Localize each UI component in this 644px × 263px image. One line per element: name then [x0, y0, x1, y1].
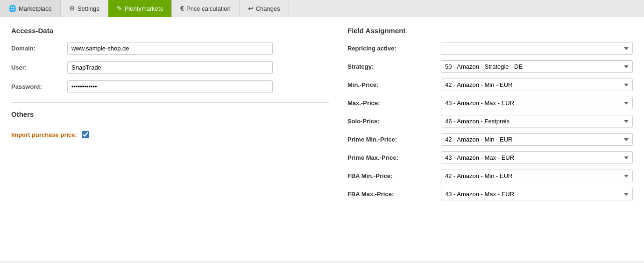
tab-settings-label: Settings — [78, 5, 99, 12]
prime-max-price-select[interactable]: 43 - Amazon - Max - EUR — [441, 151, 633, 164]
user-input[interactable] — [67, 61, 273, 74]
tab-changes[interactable]: ↩ Changes — [240, 0, 289, 17]
tab-price-calculation-label: Price calculation — [186, 5, 231, 12]
tab-changes-label: Changes — [256, 5, 280, 12]
plentymarkets-icon: ✎ — [117, 5, 122, 12]
access-data-section: Access-Data Domain: User: Password: Othe… — [11, 27, 329, 206]
min-price-label: Min.-Price: — [347, 81, 441, 88]
fba-min-price-label: FBA Min.-Price: — [347, 172, 441, 179]
prime-max-price-row: Prime Max.-Price: 43 - Amazon - Max - EU… — [347, 151, 633, 164]
repricing-active-select[interactable] — [441, 42, 633, 55]
tab-plentymarkets-label: Plentymarkets — [125, 5, 163, 12]
prime-min-price-select[interactable]: 42 - Amazon - Min - EUR — [441, 133, 633, 146]
user-label: User: — [11, 64, 67, 71]
changes-icon: ↩ — [248, 5, 254, 12]
max-price-select[interactable]: 43 - Amazon - Max - EUR — [441, 97, 633, 109]
price-calculation-icon: € — [180, 5, 184, 12]
user-group: User: — [11, 61, 329, 74]
domain-label: Domain: — [11, 45, 67, 52]
max-price-label: Max.-Price: — [347, 100, 441, 107]
tab-marketplace[interactable]: 🌐 Marketplace — [0, 0, 61, 17]
tab-plentymarkets[interactable]: ✎ Plentymarkets — [108, 0, 172, 17]
divider2 — [11, 124, 329, 124]
fba-max-price-select[interactable]: 43 - Amazon - Max - EUR — [441, 188, 633, 200]
solo-price-row: Solo-Price: 46 - Amazon - Festpreis — [347, 115, 633, 128]
min-price-select[interactable]: 42 - Amazon - Min - EUR — [441, 78, 633, 91]
password-label: Password: — [11, 83, 67, 90]
fba-min-price-select[interactable]: 42 - Amazon - Min - EUR — [441, 170, 633, 182]
import-purchase-price-checkbox[interactable] — [82, 131, 89, 138]
import-purchase-price-row: Import purchase price: — [11, 131, 329, 138]
min-price-row: Min.-Price: 42 - Amazon - Min - EUR — [347, 78, 633, 91]
domain-group: Domain: — [11, 42, 329, 55]
repricing-active-row: Repricing active: — [347, 42, 633, 55]
others-title: Others — [11, 110, 329, 118]
strategy-select[interactable]: 50 - Amazon - Strategie - DE — [441, 60, 633, 73]
strategy-row: Strategy: 50 - Amazon - Strategie - DE — [347, 60, 633, 73]
max-price-row: Max.-Price: 43 - Amazon - Max - EUR — [347, 97, 633, 109]
prime-min-price-label: Prime Min.-Price: — [347, 136, 441, 143]
fba-max-price-label: FBA Max.-Price: — [347, 191, 441, 198]
password-input[interactable] — [67, 80, 273, 93]
two-column-layout: Access-Data Domain: User: Password: Othe… — [11, 27, 633, 206]
tab-bar: 🌐 Marketplace ⚙ Settings ✎ Plentymarkets… — [0, 0, 644, 17]
repricing-active-label: Repricing active: — [347, 45, 441, 52]
marketplace-icon: 🌐 — [8, 5, 16, 12]
solo-price-label: Solo-Price: — [347, 118, 441, 125]
settings-icon: ⚙ — [69, 5, 75, 12]
prime-max-price-label: Prime Max.-Price: — [347, 154, 441, 161]
import-purchase-price-label: Import purchase price: — [11, 131, 77, 138]
password-group: Password: — [11, 80, 329, 93]
tab-price-calculation[interactable]: € Price calculation — [172, 0, 239, 17]
access-data-title: Access-Data — [11, 27, 329, 35]
strategy-label: Strategy: — [347, 63, 441, 70]
fba-min-price-row: FBA Min.-Price: 42 - Amazon - Min - EUR — [347, 170, 633, 182]
fba-max-price-row: FBA Max.-Price: 43 - Amazon - Max - EUR — [347, 188, 633, 200]
divider — [11, 102, 329, 103]
prime-min-price-row: Prime Min.-Price: 42 - Amazon - Min - EU… — [347, 133, 633, 146]
field-assignment-title: Field Assignment — [347, 27, 633, 35]
solo-price-select[interactable]: 46 - Amazon - Festpreis — [441, 115, 633, 128]
main-content: Access-Data Domain: User: Password: Othe… — [0, 17, 644, 261]
tab-settings[interactable]: ⚙ Settings — [61, 0, 108, 17]
domain-input[interactable] — [67, 42, 273, 55]
field-assignment-section: Field Assignment Repricing active: Strat… — [347, 27, 633, 206]
tab-marketplace-label: Marketplace — [19, 5, 52, 12]
